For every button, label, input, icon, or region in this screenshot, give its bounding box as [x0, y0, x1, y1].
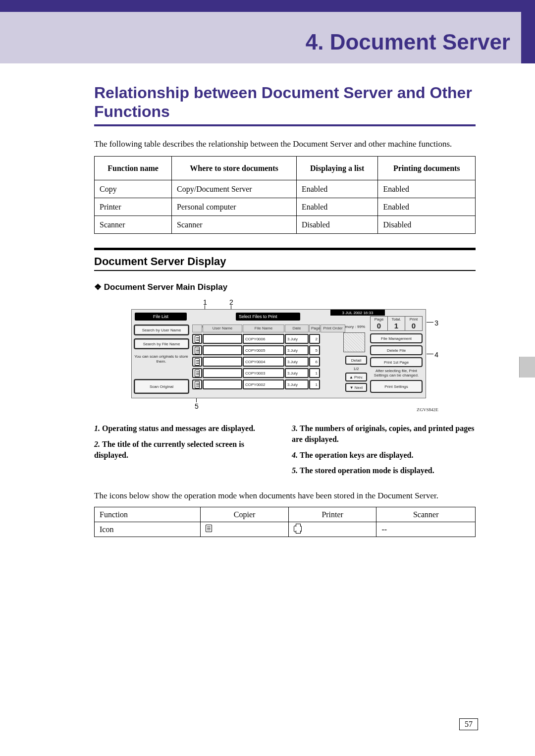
ss-file-table: User Name File Name Date Page Print Orde…	[192, 324, 356, 389]
callout-4: 4	[434, 351, 438, 359]
header-strip-top	[0, 0, 535, 12]
ss-datebar: 3 JUL 2002 16:33	[330, 310, 385, 316]
ss-counter: Page0 Total.1 Print0	[370, 316, 423, 331]
document-icon	[195, 381, 200, 388]
page-number: 57	[459, 718, 478, 730]
chapter-header: 4. Document Server	[0, 0, 535, 63]
section-title: Relationship between Document Server and…	[94, 83, 476, 121]
heavy-rule	[94, 248, 476, 250]
page-indicator: 1/2	[345, 367, 367, 371]
diamond-heading: ❖ Document Server Main Display	[94, 282, 476, 292]
ss-left-buttons: Search by User Name Search by File Name	[134, 324, 189, 352]
section-rule	[94, 124, 476, 126]
thin-rule	[94, 270, 476, 271]
ss-title: File List	[135, 313, 187, 321]
document-icon	[195, 358, 200, 366]
ss-select-title: Select Files to Print	[236, 313, 300, 321]
legend-item: 4. The operation keys are displayed.	[292, 450, 476, 461]
detail-button[interactable]: Detail	[345, 356, 367, 365]
search-user-button[interactable]: Search by User Name	[134, 324, 189, 335]
printer-icon-cell	[288, 522, 376, 537]
header-strip-right	[521, 0, 535, 63]
screenshot-code: ZGVS842E	[417, 407, 438, 412]
rel-th-2: Displaying a list	[296, 157, 378, 180]
rel-row: Copy Copy/Document Server Enabled Enable…	[95, 180, 476, 198]
rel-row: Printer Personal computer Enabled Enable…	[95, 198, 476, 216]
right-help-text: After selecting file, Print Settings can…	[370, 369, 423, 378]
section-intro: The following table describes the relati…	[94, 138, 476, 151]
device-screenshot: 1 2 3 4 5 ZGVS842E File List Select File…	[131, 298, 438, 412]
file-row[interactable]: COPY0006 3.July 2	[192, 334, 356, 344]
icons-intro: The icons below show the operation mode …	[94, 490, 476, 502]
document-icon	[195, 335, 200, 343]
legend-item: 3. The numbers of originals, copies, and…	[292, 423, 476, 444]
rel-th-1: Where to store documents	[172, 157, 297, 180]
callout-3: 3	[434, 319, 438, 327]
print-settings-button[interactable]: Print Settings	[370, 380, 423, 393]
file-row[interactable]: COPY0003 3.July 1	[192, 368, 356, 378]
document-icon	[195, 347, 200, 354]
copier-icon-cell	[201, 522, 289, 537]
next-button[interactable]: ▼ Next	[345, 383, 367, 392]
document-icon	[206, 525, 212, 532]
rel-th-0: Function name	[95, 157, 172, 180]
legend-item: 1. Operating status and messages are dis…	[94, 423, 278, 434]
preview-thumbnail	[343, 332, 365, 352]
file-row[interactable]: COPY0005 3.July 5	[192, 345, 356, 355]
search-file-button[interactable]: Search by File Name	[134, 338, 189, 349]
document-icon	[195, 370, 200, 377]
ss-side-text: You can scan originals to store them.	[133, 354, 190, 364]
file-management-button[interactable]: File Management	[370, 333, 423, 343]
page-content: 4. Document Server Relationship between …	[0, 0, 535, 567]
legend: 1. Operating status and messages are dis…	[94, 423, 476, 481]
rel-th-3: Printing documents	[378, 157, 476, 180]
screenshot-wrap: 1 2 3 4 5 ZGVS842E File List Select File…	[94, 298, 476, 414]
subsection-title: Document Server Display	[94, 255, 476, 268]
file-row[interactable]: COPY0004 3.July 6	[192, 357, 356, 367]
print-first-page-button[interactable]: Print 1st Page	[370, 357, 423, 367]
scan-original-button[interactable]: Scan Original	[134, 379, 189, 394]
legend-item: 2. The title of the currently selected s…	[94, 439, 278, 460]
ss-panel: File List Select Files to Print 3 JUL 20…	[131, 309, 426, 398]
printer-icon	[294, 526, 302, 532]
prev-button[interactable]: ▲ Prev.	[345, 373, 367, 381]
callout-5: 5	[195, 402, 199, 410]
legend-item: 5. The stored operation mode is displaye…	[292, 465, 476, 476]
relationship-table: Function name Where to store documents D…	[94, 156, 476, 234]
ss-right-col: File Management Delete File Print 1st Pa…	[370, 333, 423, 395]
icons-table: Function Copier Printer Scanner Icon --	[94, 507, 476, 537]
file-row[interactable]: COPY0002 3.July 1	[192, 379, 356, 389]
delete-file-button[interactable]: Delete File	[370, 345, 423, 355]
chapter-title: 4. Document Server	[306, 30, 510, 54]
rel-row: Scanner Scanner Disabled Disabled	[95, 216, 476, 234]
